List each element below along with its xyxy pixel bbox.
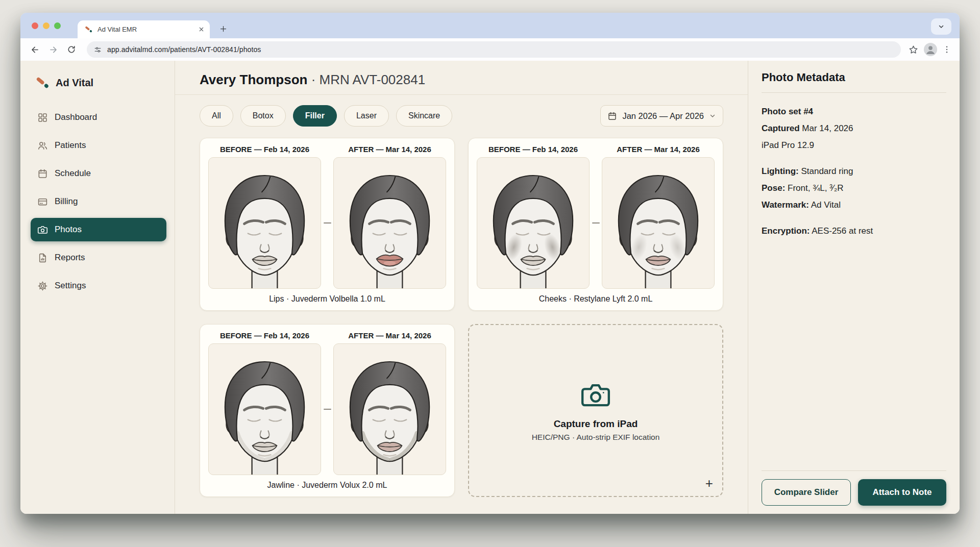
metadata-line-value: iPad Pro 12.9: [762, 140, 814, 150]
metadata-line-label: Encryption:: [762, 226, 810, 236]
filter-chips: AllBotoxFillerLaserSkincare: [200, 105, 452, 127]
metadata-lines: Photo set #4Captured Mar 14, 2026iPad Pr…: [762, 103, 946, 239]
traffic-lights: [32, 22, 61, 29]
filter-chip-laser[interactable]: Laser: [344, 105, 389, 127]
panel-footer: Compare Slider Attach to Note: [762, 470, 946, 506]
photo-caption: Cheeks · Restylane Lyft 2.0 mL: [477, 294, 715, 304]
metadata-line-label: Pose:: [762, 183, 785, 193]
dashboard-icon: [37, 112, 48, 123]
billing-icon: [37, 196, 48, 207]
compare-slider-button[interactable]: Compare Slider: [762, 479, 851, 506]
sidebar-item-label: Patients: [55, 140, 86, 151]
new-tab-button[interactable]: [217, 23, 229, 34]
add-photo-plus-icon[interactable]: +: [705, 477, 713, 490]
filter-chip-all[interactable]: All: [200, 105, 233, 127]
sidebar-item-label: Settings: [55, 281, 86, 291]
patient-name: Avery Thompson: [200, 72, 307, 87]
close-window-button[interactable]: [32, 22, 38, 29]
tab-title: Ad Vital EMR: [97, 26, 192, 33]
before-photo[interactable]: [208, 343, 321, 475]
sidebar-item-patients[interactable]: Patients: [31, 134, 166, 157]
sidebar-item-billing[interactable]: Billing: [31, 190, 166, 213]
page-header: Avery Thompson · MRN AVT-002841: [175, 61, 748, 95]
metadata-line: Photo set #4: [762, 103, 946, 120]
before-photo[interactable]: [208, 157, 321, 289]
before-label: BEFORE — Feb 14, 2026: [477, 145, 590, 154]
metadata-line-value: Front, ¾L, ³⁄₂R: [785, 183, 843, 193]
tabstrip-chevron-button[interactable]: [931, 18, 951, 35]
photo-card: BEFORE — Feb 14, 2026AFTER — Mar 14, 202…: [468, 138, 723, 311]
capture-title: Capture from iPad: [554, 418, 638, 430]
metadata-line-value: Standard ring: [799, 166, 853, 176]
sidebar-item-photos[interactable]: Photos: [31, 218, 166, 241]
browser-window: Ad Vital EMR: [20, 13, 960, 514]
back-button[interactable]: [27, 41, 43, 58]
sidebar-item-settings[interactable]: Settings: [31, 274, 166, 297]
metadata-title: Photo Metadata: [762, 71, 946, 93]
metadata-line: iPad Pro 12.9: [762, 137, 946, 154]
metadata-line-value: Mar 14, 2026: [800, 123, 853, 133]
photo-card: BEFORE — Feb 14, 2026AFTER — Mar 14, 202…: [200, 324, 455, 497]
profile-avatar[interactable]: [924, 43, 937, 56]
sidebar-item-reports[interactable]: Reports: [31, 246, 166, 269]
after-photo[interactable]: [333, 157, 446, 289]
bookmark-star-icon[interactable]: [908, 44, 919, 55]
pair-dash: [324, 222, 331, 223]
chevron-down-icon: [709, 112, 716, 119]
browser-menu-icon[interactable]: [942, 45, 951, 54]
patients-icon: [37, 140, 48, 151]
attach-to-note-button[interactable]: Attach to Note: [858, 479, 946, 506]
pair-labels: BEFORE — Feb 14, 2026AFTER — Mar 14, 202…: [477, 145, 715, 154]
filter-chip-skincare[interactable]: Skincare: [396, 105, 452, 127]
sidebar-item-label: Dashboard: [55, 112, 97, 122]
url-text: app.advitalmd.com/patients/AVT-002841/ph…: [107, 45, 261, 54]
address-bar[interactable]: app.advitalmd.com/patients/AVT-002841/ph…: [87, 41, 901, 58]
metadata-line: Encryption: AES-256 at rest: [762, 222, 946, 239]
before-photo[interactable]: [477, 157, 590, 289]
browser-tab[interactable]: Ad Vital EMR: [78, 20, 210, 38]
zoom-window-button[interactable]: [54, 22, 61, 29]
browser-tabstrip: Ad Vital EMR: [20, 13, 960, 38]
sidebar-item-label: Reports: [55, 253, 85, 263]
camera-capture-icon: [580, 380, 611, 411]
after-photo[interactable]: [333, 343, 446, 475]
metadata-line-label: Photo set #4: [762, 107, 813, 116]
sidebar-item-label: Billing: [55, 196, 78, 207]
app-main: Ad Vital DashboardPatientsScheduleBillin…: [20, 61, 960, 514]
toolbar-right: [908, 43, 953, 56]
tab-favicon-logo: [84, 25, 93, 34]
photo-caption: Lips · Juvederm Volbella 1.0 mL: [208, 294, 446, 304]
after-photo[interactable]: [602, 157, 715, 289]
minimize-window-button[interactable]: [43, 22, 50, 29]
pair-labels: BEFORE — Feb 14, 2026AFTER — Mar 14, 202…: [208, 331, 446, 340]
capture-subtitle: HEIC/PNG · Auto-strip EXIF location: [532, 433, 660, 442]
capture-from-ipad-tile[interactable]: Capture from iPad HEIC/PNG · Auto-strip …: [468, 324, 723, 497]
sidebar-item-label: Schedule: [55, 168, 91, 179]
photo-metadata-panel: Photo Metadata Photo set #4Captured Mar …: [748, 61, 960, 514]
metadata-line: Pose: Front, ¾L, ³⁄₂R: [762, 180, 946, 196]
photo-grid: BEFORE — Feb 14, 2026AFTER — Mar 14, 202…: [175, 133, 748, 509]
reports-icon: [37, 253, 48, 263]
metadata-spacer: [762, 154, 946, 163]
brand-logo-icon: [35, 75, 50, 90]
filter-chip-botox[interactable]: Botox: [240, 105, 286, 127]
pair-dash: [324, 409, 331, 410]
after-label: AFTER — Mar 14, 2026: [602, 145, 715, 154]
sidebar-item-schedule[interactable]: Schedule: [31, 162, 166, 185]
browser-toolbar: app.advitalmd.com/patients/AVT-002841/ph…: [20, 38, 960, 61]
site-settings-icon[interactable]: [93, 45, 102, 54]
date-range-select[interactable]: Jan 2026 — Apr 2026: [600, 105, 723, 127]
before-label: BEFORE — Feb 14, 2026: [208, 145, 321, 154]
forward-button[interactable]: [45, 41, 61, 58]
sidebar: Ad Vital DashboardPatientsScheduleBillin…: [20, 61, 175, 514]
patient-mrn: · MRN AVT-002841: [311, 72, 426, 87]
reload-button[interactable]: [63, 41, 80, 58]
after-label: AFTER — Mar 14, 2026: [333, 331, 446, 340]
sidebar-item-dashboard[interactable]: Dashboard: [31, 106, 166, 129]
desktop-background: Ad Vital EMR: [0, 0, 980, 547]
page-title: Avery Thompson · MRN AVT-002841: [200, 72, 723, 88]
metadata-spacer: [762, 213, 946, 222]
filter-chip-filler[interactable]: Filler: [293, 105, 337, 127]
brand-name: Ad Vital: [56, 77, 93, 89]
tab-close-icon[interactable]: [197, 25, 206, 34]
